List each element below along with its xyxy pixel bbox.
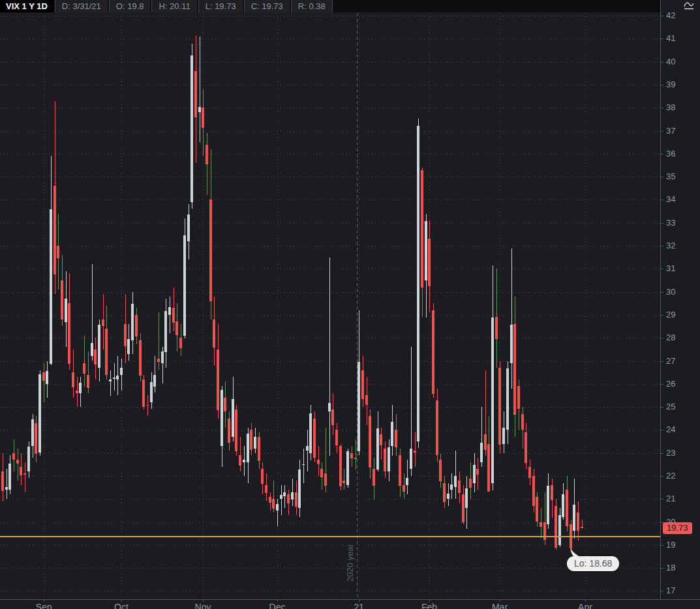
candle-body [243,460,245,462]
time-tick-mark [429,599,430,602]
candle-body [421,170,423,288]
candle-body [450,484,453,490]
candle-body [302,464,305,465]
price-tick-label: 38 [666,102,675,112]
grid-line-horizontal [0,108,660,108]
price-tick-mark [661,223,663,224]
candle-body [157,359,160,362]
candle-wick [329,258,330,456]
candle-body [5,487,8,490]
candle-body [306,446,309,451]
price-tick-label: 28 [666,333,675,342]
candle-body [425,221,427,280]
candle-body [495,317,498,339]
candle-body [513,324,516,415]
candle-body [313,419,316,458]
grid-line-horizontal [0,430,660,430]
candle-body [361,370,364,399]
price-tick-label: 40 [666,57,675,67]
price-axis[interactable]: 4241403938373635343332313029282726252423… [661,0,700,599]
candle-body [261,469,264,484]
candle-body [454,476,457,487]
candle-body [142,379,145,407]
candle-body [8,464,11,490]
candle-body [224,398,226,411]
candle-body [258,437,260,461]
candle-body [331,409,334,425]
candle-body [358,362,360,451]
candle-body [127,339,130,354]
grid-line-horizontal [0,545,660,546]
grid-line-vertical [585,13,586,599]
price-tick-label: 42 [666,10,675,20]
candle-body [161,351,164,363]
price-tick-label: 39 [666,80,675,89]
grid-line-vertical [121,13,122,599]
price-tick-label: 31 [666,263,675,273]
candle-body [168,307,171,315]
candle-wick [415,432,416,467]
grid-line-horizontal [0,315,660,316]
grid-line-horizontal [0,476,660,477]
low-tooltip: Lo: 18.68 [567,556,619,571]
grid-line-vertical [500,13,500,599]
candle-body [23,473,26,475]
candle-body [502,428,505,444]
candle-wick [344,469,344,490]
candle-body [406,478,408,485]
price-tick-mark [661,108,663,108]
legend-close: C: 19.73 [244,0,290,12]
chart-window: 4241403938373635343332313029282726252423… [0,0,700,609]
candle-body [250,430,252,450]
candle-body [209,200,212,301]
curve-scale-icon [682,0,695,13]
candle-body [83,363,85,374]
candle-body [72,372,74,387]
candle-wick [407,460,408,494]
candle-body [194,71,197,117]
candle-wick [44,363,44,402]
year-divider-line [357,13,358,599]
candle-body [198,107,201,112]
candle-body [517,386,520,409]
price-tick-mark [661,591,663,591]
candle-body [469,479,472,488]
year-divider-label: 2020 year [345,537,356,589]
candle-body [428,239,431,286]
price-tick-label: 32 [666,241,675,250]
grid-line-horizontal [0,154,660,155]
candle-body [291,492,294,499]
candle-body [309,413,312,453]
price-scale-settings-button[interactable] [682,1,696,12]
candle-body [283,492,286,496]
price-tick-mark [661,430,663,430]
legend-range: R: 0.38 [291,0,332,12]
legend-spacer [332,0,660,12]
candle-body [317,460,320,464]
candle-body [558,515,561,545]
chart-plot-area[interactable] [0,0,660,599]
candle-body [135,315,138,336]
candle-body [265,485,267,493]
symbol-title[interactable]: VIX 1 Y 1D [0,0,53,12]
candle-body [1,471,4,491]
alert-price-line[interactable] [0,536,660,537]
price-tick-mark [661,315,663,316]
time-axis[interactable]: SepOctNovDec21FebMarApr [0,600,700,609]
candle-wick [281,485,282,515]
candle-body [235,409,237,451]
candle-wick [147,395,148,416]
price-tick-label: 33 [666,218,675,228]
time-tick-label: Feb [421,602,437,609]
candle-body [328,403,331,411]
candle-body [417,126,419,441]
candle-body [287,494,290,503]
price-tick-mark [661,131,663,132]
candle-body [124,324,127,346]
candle-body [76,391,78,393]
candle-body [164,311,167,352]
candle-body [320,469,323,477]
price-tick-label: 37 [666,126,675,136]
candle-body [573,505,575,531]
candle-body [487,444,490,492]
